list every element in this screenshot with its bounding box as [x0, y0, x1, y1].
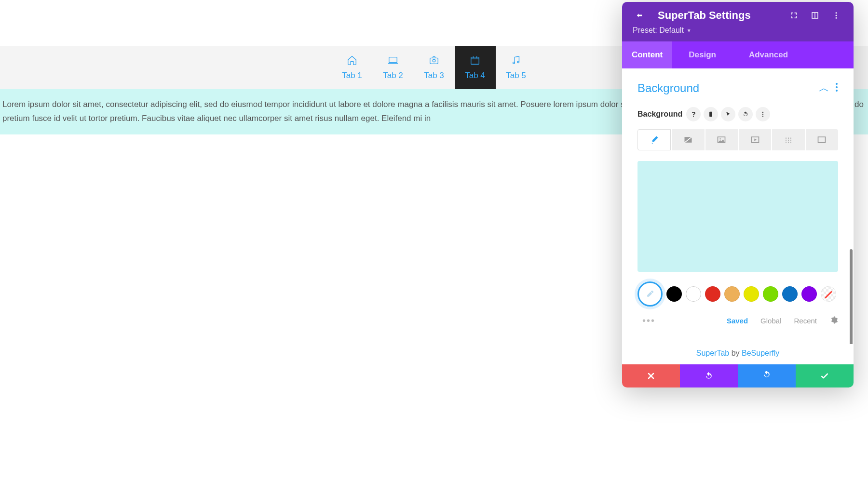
- bg-type-video[interactable]: [739, 129, 771, 150]
- tab-label: Tab 2: [383, 71, 403, 80]
- swatch-black[interactable]: [666, 286, 682, 302]
- reset-icon[interactable]: [738, 107, 753, 121]
- collapse-icon[interactable]: ︿: [819, 81, 829, 95]
- responsive-icon[interactable]: [704, 107, 718, 121]
- swatch-purple[interactable]: [801, 286, 817, 302]
- bg-type-mask[interactable]: [806, 129, 838, 150]
- panel-tab-design[interactable]: Design: [672, 41, 732, 68]
- palette-tab-global[interactable]: Global: [760, 317, 781, 325]
- save-button[interactable]: [796, 364, 854, 387]
- svg-point-9: [836, 15, 837, 16]
- caret-down-icon: ▼: [687, 28, 692, 33]
- panel-tabs: Content Design Advanced: [622, 41, 854, 68]
- settings-panel: SuperTab Settings Preset: Default ▼ Cont…: [622, 2, 854, 387]
- swatch-none[interactable]: [821, 286, 836, 302]
- field-label: Background: [637, 110, 682, 119]
- panel-footer: [622, 364, 854, 387]
- expand-icon[interactable]: [787, 9, 800, 22]
- swatch-eyedropper[interactable]: [637, 281, 663, 307]
- svg-rect-32: [818, 137, 826, 143]
- bg-type-gradient[interactable]: [672, 129, 704, 150]
- tab-3[interactable]: Tab 3: [414, 46, 455, 89]
- bg-type-pattern[interactable]: [772, 129, 804, 150]
- tab-4[interactable]: Tab 4: [455, 46, 496, 89]
- svg-point-17: [762, 114, 763, 115]
- swatch-row: [637, 281, 838, 307]
- tab-label: Tab 3: [424, 71, 444, 80]
- svg-rect-0: [389, 57, 397, 62]
- tab-label: Tab 1: [342, 71, 362, 80]
- svg-point-2: [433, 59, 435, 62]
- palette-tab-recent[interactable]: Recent: [794, 317, 817, 325]
- svg-point-29: [786, 142, 787, 143]
- preset-label: Preset: Default: [633, 26, 684, 35]
- svg-point-23: [786, 138, 787, 139]
- camera-icon: [429, 55, 439, 68]
- section-title: Background: [637, 81, 819, 95]
- help-icon[interactable]: ?: [686, 107, 701, 121]
- svg-point-10: [836, 17, 837, 19]
- svg-rect-3: [471, 57, 479, 64]
- tab-2[interactable]: Tab 2: [373, 46, 414, 89]
- svg-point-11: [836, 83, 838, 85]
- music-icon: [511, 55, 521, 68]
- swatch-red[interactable]: [705, 286, 720, 302]
- panel-body: Background ︿ Background ?: [622, 68, 854, 344]
- section-more-icon[interactable]: [835, 82, 838, 94]
- tab-5[interactable]: Tab 5: [496, 46, 537, 89]
- svg-point-12: [836, 86, 838, 88]
- palette-more-icon[interactable]: •••: [642, 315, 655, 326]
- svg-point-28: [790, 140, 791, 141]
- svg-point-4: [513, 62, 515, 64]
- svg-point-13: [836, 90, 838, 92]
- swatch-blue[interactable]: [782, 286, 798, 302]
- svg-point-18: [762, 116, 763, 117]
- palette-tab-saved[interactable]: Saved: [727, 317, 748, 325]
- svg-point-5: [517, 61, 519, 63]
- panel-title: SuperTab Settings: [658, 9, 751, 22]
- calendar-icon: [470, 55, 480, 68]
- more-icon[interactable]: [829, 9, 843, 22]
- credit-author-link[interactable]: BeSuperfly: [742, 349, 779, 357]
- bg-type-color[interactable]: [637, 129, 671, 150]
- panel-credit: SuperTab by BeSuperfly: [622, 344, 854, 364]
- tab-1[interactable]: Tab 1: [332, 46, 373, 89]
- credit-product-link[interactable]: SuperTab: [696, 349, 730, 357]
- swatch-orange[interactable]: [724, 286, 740, 302]
- svg-point-31: [790, 142, 791, 143]
- laptop-icon: [388, 55, 398, 68]
- panel-tab-content[interactable]: Content: [622, 41, 672, 68]
- svg-point-16: [762, 112, 763, 113]
- preset-selector[interactable]: Preset: Default ▼: [633, 26, 843, 35]
- panel-tab-advanced[interactable]: Advanced: [732, 41, 798, 68]
- svg-point-8: [836, 12, 837, 13]
- tab-label: Tab 5: [506, 71, 526, 80]
- undo-button[interactable]: [680, 364, 738, 387]
- bg-type-tabs: [637, 129, 838, 150]
- cancel-button[interactable]: [622, 364, 680, 387]
- scrollbar-thumb[interactable]: [850, 249, 853, 344]
- swatch-yellow[interactable]: [744, 286, 759, 302]
- svg-point-24: [788, 138, 789, 139]
- svg-point-26: [786, 140, 787, 141]
- svg-point-15: [711, 116, 711, 116]
- swatch-green[interactable]: [763, 286, 778, 302]
- svg-point-21: [720, 138, 721, 140]
- back-icon[interactable]: [633, 9, 646, 22]
- palette-settings-icon[interactable]: [829, 316, 838, 326]
- svg-rect-1: [430, 58, 438, 64]
- hover-icon[interactable]: [721, 107, 735, 121]
- field-more-icon[interactable]: [756, 107, 770, 121]
- columns-icon[interactable]: [808, 9, 822, 22]
- svg-point-27: [788, 140, 789, 141]
- tab-label: Tab 4: [465, 71, 485, 80]
- svg-point-30: [788, 142, 789, 143]
- svg-point-25: [790, 138, 791, 139]
- panel-header: SuperTab Settings Preset: Default ▼: [622, 2, 854, 41]
- home-icon: [347, 55, 357, 68]
- redo-button[interactable]: [738, 364, 796, 387]
- bg-type-image[interactable]: [705, 129, 738, 150]
- color-preview[interactable]: [637, 161, 838, 272]
- swatch-white[interactable]: [686, 286, 701, 302]
